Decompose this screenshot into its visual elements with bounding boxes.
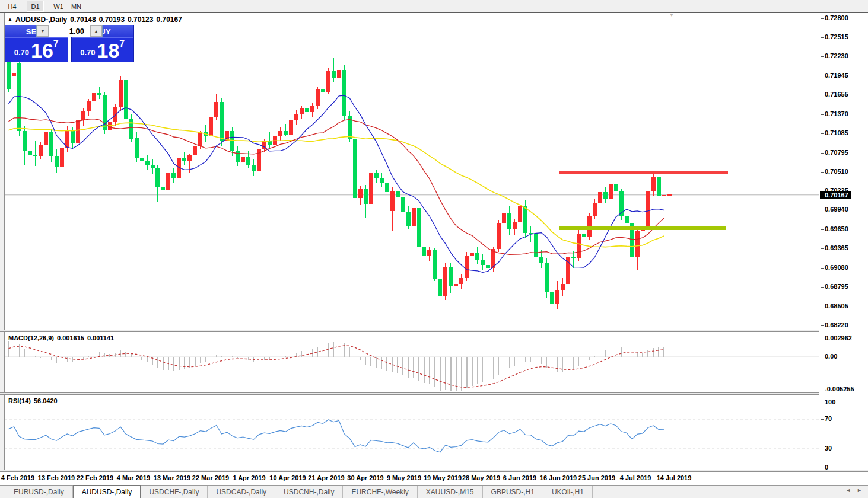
sell-price-small: 0.70 bbox=[14, 48, 29, 57]
quote-low: 0.70123 bbox=[128, 15, 153, 24]
time-axis-label: 22 Mar 2019 bbox=[192, 474, 229, 481]
tab-audusd-daily[interactable]: AUDUSD-,Daily bbox=[73, 485, 141, 498]
rsi-name: RSI(14) bbox=[8, 397, 31, 404]
volume-input[interactable] bbox=[49, 25, 90, 37]
price-axis-label: 0.69080 bbox=[825, 264, 848, 271]
timeframe-toolbar: H4 D1 W1 MN bbox=[0, 0, 868, 12]
tab-scroll-right-button[interactable]: ► bbox=[857, 487, 862, 493]
candles-group bbox=[7, 53, 666, 319]
rsi-axis-label: 0 bbox=[825, 464, 828, 471]
volume-spinner: ▼ ▲ bbox=[36, 25, 103, 37]
tab-usdcnh-daily[interactable]: USDCNH-,Daily bbox=[275, 486, 343, 498]
timeframe-w1-button[interactable]: W1 bbox=[50, 1, 67, 12]
price-axis-label: 0.71945 bbox=[825, 72, 848, 79]
rsi-chart bbox=[5, 395, 819, 470]
sell-price-sup: 7 bbox=[53, 39, 59, 49]
time-axis-label: 28 May 2019 bbox=[462, 474, 500, 481]
tab-scroll-left-button[interactable]: ◄ bbox=[845, 487, 851, 493]
macd-histogram bbox=[9, 340, 664, 391]
macd-chart bbox=[5, 332, 819, 392]
last-price-marker bbox=[667, 194, 672, 196]
macd-axis-label: 0.00 bbox=[825, 353, 837, 360]
sell-price[interactable]: 0.70 16 7 bbox=[5, 38, 68, 62]
price-axis-label: 0.69365 bbox=[825, 244, 848, 251]
timeframe-d1-button[interactable]: D1 bbox=[27, 1, 44, 12]
time-axis-label: 6 Jun 2019 bbox=[503, 474, 536, 481]
pane-splitter[interactable] bbox=[0, 330, 868, 332]
price-axis-label: 0.68505 bbox=[825, 302, 848, 309]
time-axis-label: 19 May 2019 bbox=[424, 474, 462, 481]
buy-price[interactable]: 0.70 18 7 bbox=[72, 38, 134, 62]
current-price-tag: 0.70167 bbox=[820, 191, 851, 199]
macd-value-2: 0.001141 bbox=[87, 334, 114, 341]
macd-value-1: 0.001615 bbox=[57, 334, 84, 341]
price-axis-label: 0.69940 bbox=[825, 206, 848, 213]
tab-usdcad-daily[interactable]: USDCAD-,Daily bbox=[208, 486, 275, 498]
mt4-window: H4 D1 W1 MN ▲ AUDUSD-,Daily 0.70148 0.70… bbox=[0, 0, 868, 498]
macd-signal-line bbox=[9, 346, 664, 387]
tab-usdchf-daily[interactable]: USDCHF-,Daily bbox=[141, 486, 208, 498]
sell-price-big: 16 bbox=[31, 42, 53, 59]
price-axis-label: 0.68220 bbox=[825, 321, 848, 328]
toolbar-separator bbox=[47, 2, 47, 10]
one-click-trading-widget: SELL 0.70 16 7 BUY 0.70 18 7 ▼ ▲ bbox=[5, 25, 134, 62]
tab-scroll-controls: ◄ ► bbox=[845, 487, 862, 493]
tab-eurchf-weekly[interactable]: EURCHF-,Weekly bbox=[343, 486, 417, 498]
rsi-label: RSI(14) 56.0420 bbox=[8, 397, 58, 404]
tab-gbpusd-h1[interactable]: GBPUSD-,H1 bbox=[483, 486, 543, 498]
rsi-axis-label: 100 bbox=[825, 398, 835, 406]
timeframe-mn-button[interactable]: MN bbox=[68, 1, 85, 12]
price-axis-label: 0.72515 bbox=[825, 33, 848, 40]
macd-name: MACD(12,26,9) bbox=[8, 334, 54, 341]
ma-fast-line bbox=[9, 95, 664, 272]
chart-shift-marker-icon[interactable]: ▼ bbox=[669, 12, 674, 18]
quote-high: 0.70193 bbox=[99, 15, 125, 24]
time-axis-label: 4 Mar 2019 bbox=[117, 474, 150, 481]
price-axis-label: 0.71085 bbox=[825, 129, 848, 136]
symbol-title: AUDUSD-,Daily bbox=[15, 15, 67, 24]
macd-indicator-pane: MACD(12,26,9) 0.001615 0.001141 bbox=[5, 332, 819, 392]
price-axis-label: 0.68795 bbox=[825, 283, 848, 290]
time-axis: 4 Feb 201913 Feb 201922 Feb 20194 Mar 20… bbox=[0, 472, 868, 485]
time-axis-label: 13 Mar 2019 bbox=[154, 474, 190, 481]
price-axis: 0.728000.725150.722300.719450.716550.713… bbox=[819, 13, 868, 470]
chart-tab-bar: EURUSD-,Daily AUDUSD-,Daily USDCHF-,Dail… bbox=[0, 485, 868, 498]
tab-eurusd-daily[interactable]: EURUSD-,Daily bbox=[5, 486, 73, 498]
macd-axis-label: 0.002962 bbox=[825, 334, 852, 341]
volume-decrease-button[interactable]: ▼ bbox=[37, 25, 49, 37]
price-axis-label: 0.70795 bbox=[825, 149, 848, 156]
time-axis-label: 22 Feb 2019 bbox=[77, 474, 113, 481]
price-axis-label: 0.72800 bbox=[825, 14, 848, 21]
time-axis-label: 21 Apr 2019 bbox=[308, 474, 344, 481]
quote-close: 0.70167 bbox=[156, 15, 182, 24]
rsi-axis-label: 70 bbox=[825, 415, 832, 422]
macd-label: MACD(12,26,9) 0.001615 0.001141 bbox=[8, 334, 114, 341]
quote-open: 0.70148 bbox=[70, 15, 96, 24]
tab-xauusd-m15[interactable]: XAUUSD-,M15 bbox=[418, 486, 483, 498]
time-axis-label: 1 Apr 2019 bbox=[233, 474, 265, 481]
price-axis-label: 0.72230 bbox=[825, 52, 848, 59]
rsi-indicator-pane: RSI(14) 56.0420 bbox=[5, 395, 819, 470]
macd-axis-label: -0.005255 bbox=[825, 385, 854, 392]
buy-price-small: 0.70 bbox=[80, 48, 95, 57]
time-axis-label: 4 Jul 2019 bbox=[620, 474, 651, 481]
price-axis-label: 0.71655 bbox=[825, 91, 848, 98]
time-axis-label: 30 Apr 2019 bbox=[347, 474, 383, 481]
time-axis-label: 13 Feb 2019 bbox=[38, 474, 75, 481]
toolbar-separator bbox=[24, 2, 24, 10]
collapse-trade-widget-icon[interactable]: ▲ bbox=[8, 17, 12, 22]
tab-ukoil-h1[interactable]: UKOil-,H1 bbox=[543, 486, 593, 498]
time-axis-label: 4 Feb 2019 bbox=[1, 474, 34, 481]
time-axis-label: 10 Apr 2019 bbox=[269, 474, 306, 481]
buy-price-sup: 7 bbox=[119, 39, 125, 49]
time-axis-label: 9 May 2019 bbox=[387, 474, 421, 481]
chart-title-bar: ▲ AUDUSD-,Daily 0.70148 0.70193 0.70123 … bbox=[8, 15, 182, 24]
pane-splitter[interactable] bbox=[0, 392, 868, 395]
rsi-value: 56.0420 bbox=[34, 397, 58, 404]
time-axis-label: 25 Jun 2019 bbox=[578, 474, 615, 481]
buy-price-big: 18 bbox=[97, 42, 120, 59]
price-axis-label: 0.69650 bbox=[825, 225, 848, 232]
timeframe-h4-button[interactable]: H4 bbox=[4, 1, 21, 12]
rsi-line bbox=[9, 420, 664, 452]
volume-increase-button[interactable]: ▲ bbox=[90, 25, 102, 37]
